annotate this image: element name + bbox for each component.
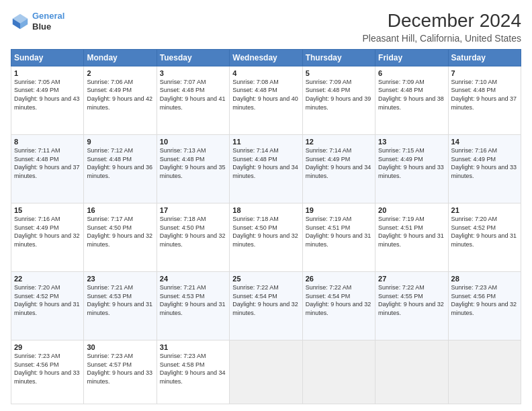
table-row: 27Sunrise: 7:22 AMSunset: 4:55 PMDayligh…: [375, 272, 448, 340]
table-row: [302, 340, 375, 404]
table-row: 26Sunrise: 7:22 AMSunset: 4:54 PMDayligh…: [302, 272, 375, 340]
table-row: [448, 340, 521, 404]
location-subtitle: Pleasant Hill, California, United States: [362, 33, 521, 44]
logo-icon: [11, 12, 30, 31]
table-row: 11Sunrise: 7:14 AMSunset: 4:48 PMDayligh…: [230, 134, 302, 203]
table-row: 31Sunrise: 7:23 AMSunset: 4:58 PMDayligh…: [157, 340, 229, 404]
table-row: 9Sunrise: 7:12 AMSunset: 4:48 PMDaylight…: [84, 134, 157, 203]
table-row: 14Sunrise: 7:16 AMSunset: 4:49 PMDayligh…: [448, 134, 521, 203]
page-header: General Blue December 2024 Pleasant Hill…: [11, 11, 521, 44]
table-row: [230, 340, 302, 404]
table-row: 8Sunrise: 7:11 AMSunset: 4:48 PMDaylight…: [11, 134, 84, 203]
table-row: 6Sunrise: 7:09 AMSunset: 4:48 PMDaylight…: [375, 66, 448, 134]
col-saturday: Saturday: [448, 49, 521, 66]
col-sunday: Sunday: [11, 49, 84, 66]
table-row: 18Sunrise: 7:18 AMSunset: 4:50 PMDayligh…: [230, 203, 302, 272]
table-row: 30Sunrise: 7:23 AMSunset: 4:57 PMDayligh…: [84, 340, 157, 404]
col-thursday: Thursday: [302, 49, 375, 66]
col-monday: Monday: [84, 49, 157, 66]
table-row: 20Sunrise: 7:19 AMSunset: 4:51 PMDayligh…: [375, 203, 448, 272]
table-row: 21Sunrise: 7:20 AMSunset: 4:52 PMDayligh…: [448, 203, 521, 272]
calendar-header-row: Sunday Monday Tuesday Wednesday Thursday…: [11, 49, 521, 66]
col-friday: Friday: [375, 49, 448, 66]
table-row: 5Sunrise: 7:09 AMSunset: 4:48 PMDaylight…: [302, 66, 375, 134]
table-row: 13Sunrise: 7:15 AMSunset: 4:49 PMDayligh…: [375, 134, 448, 203]
col-tuesday: Tuesday: [157, 49, 229, 66]
table-row: 17Sunrise: 7:18 AMSunset: 4:50 PMDayligh…: [157, 203, 229, 272]
table-row: 19Sunrise: 7:19 AMSunset: 4:51 PMDayligh…: [302, 203, 375, 272]
table-row: 2Sunrise: 7:06 AMSunset: 4:49 PMDaylight…: [84, 66, 157, 134]
table-row: 15Sunrise: 7:16 AMSunset: 4:49 PMDayligh…: [11, 203, 84, 272]
table-row: 12Sunrise: 7:14 AMSunset: 4:49 PMDayligh…: [302, 134, 375, 203]
table-row: 28Sunrise: 7:23 AMSunset: 4:56 PMDayligh…: [448, 272, 521, 340]
table-row: 29Sunrise: 7:23 AMSunset: 4:56 PMDayligh…: [11, 340, 84, 404]
table-row: 3Sunrise: 7:07 AMSunset: 4:48 PMDaylight…: [157, 66, 229, 134]
title-block: December 2024 Pleasant Hill, California,…: [362, 11, 521, 44]
table-row: 1Sunrise: 7:05 AMSunset: 4:49 PMDaylight…: [11, 66, 84, 134]
table-row: 10Sunrise: 7:13 AMSunset: 4:48 PMDayligh…: [157, 134, 229, 203]
table-row: 4Sunrise: 7:08 AMSunset: 4:48 PMDaylight…: [230, 66, 302, 134]
col-wednesday: Wednesday: [230, 49, 302, 66]
logo-text: General Blue: [32, 11, 64, 32]
table-row: 24Sunrise: 7:21 AMSunset: 4:53 PMDayligh…: [157, 272, 229, 340]
table-row: 25Sunrise: 7:22 AMSunset: 4:54 PMDayligh…: [230, 272, 302, 340]
table-row: [375, 340, 448, 404]
table-row: 22Sunrise: 7:20 AMSunset: 4:52 PMDayligh…: [11, 272, 84, 340]
calendar-table: Sunday Monday Tuesday Wednesday Thursday…: [11, 49, 521, 404]
calendar-page: General Blue December 2024 Pleasant Hill…: [0, 0, 532, 411]
table-row: 23Sunrise: 7:21 AMSunset: 4:53 PMDayligh…: [84, 272, 157, 340]
main-title: December 2024: [362, 11, 521, 32]
logo: General Blue: [11, 11, 64, 32]
table-row: 16Sunrise: 7:17 AMSunset: 4:50 PMDayligh…: [84, 203, 157, 272]
table-row: 7Sunrise: 7:10 AMSunset: 4:48 PMDaylight…: [448, 66, 521, 134]
